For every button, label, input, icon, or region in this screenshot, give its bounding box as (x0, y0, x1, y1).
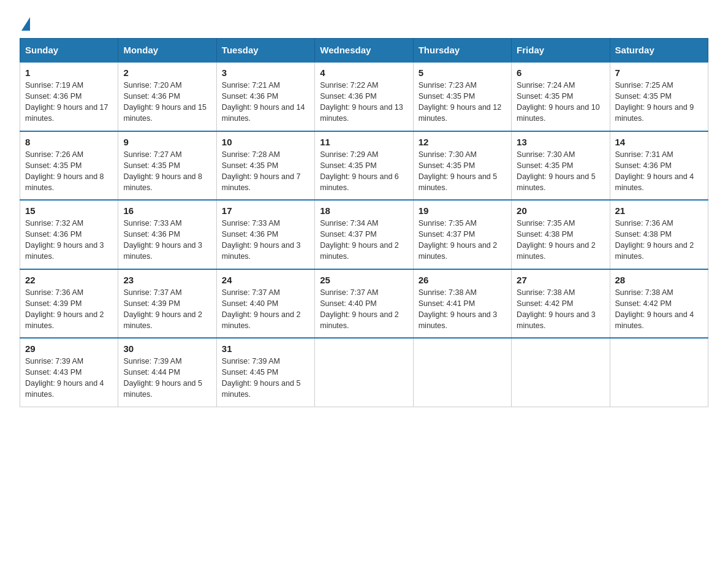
day-number: 24 (222, 275, 309, 285)
calendar-cell: 10 Sunrise: 7:28 AMSunset: 4:35 PMDaylig… (216, 131, 314, 201)
calendar-week-2: 8 Sunrise: 7:26 AMSunset: 4:35 PMDayligh… (20, 131, 708, 201)
calendar-week-3: 15 Sunrise: 7:32 AMSunset: 4:36 PMDaylig… (20, 200, 708, 269)
calendar-week-1: 1 Sunrise: 7:19 AMSunset: 4:36 PMDayligh… (20, 62, 708, 131)
day-info: Sunrise: 7:38 AMSunset: 4:41 PMDaylight:… (419, 288, 498, 330)
day-number: 11 (320, 137, 408, 147)
day-number: 14 (615, 137, 703, 147)
day-header-thursday: Thursday (413, 39, 511, 63)
day-info: Sunrise: 7:32 AMSunset: 4:36 PMDaylight:… (25, 219, 104, 261)
calendar-table: SundayMondayTuesdayWednesdayThursdayFrid… (20, 38, 708, 407)
day-number: 16 (123, 205, 211, 216)
calendar-cell: 22 Sunrise: 7:36 AMSunset: 4:39 PMDaylig… (20, 269, 118, 339)
day-info: Sunrise: 7:30 AMSunset: 4:35 PMDaylight:… (517, 150, 596, 192)
page-header (20, 15, 708, 26)
day-number: 22 (25, 275, 113, 285)
day-info: Sunrise: 7:37 AMSunset: 4:39 PMDaylight:… (123, 288, 202, 330)
calendar-cell: 8 Sunrise: 7:26 AMSunset: 4:35 PMDayligh… (20, 131, 118, 201)
day-number: 13 (517, 137, 604, 147)
day-number: 30 (123, 343, 211, 354)
day-header-wednesday: Wednesday (315, 39, 413, 63)
day-header-friday: Friday (512, 39, 610, 63)
calendar-cell: 29 Sunrise: 7:39 AMSunset: 4:43 PMDaylig… (20, 338, 118, 407)
calendar-cell: 4 Sunrise: 7:22 AMSunset: 4:36 PMDayligh… (315, 62, 413, 131)
day-info: Sunrise: 7:39 AMSunset: 4:44 PMDaylight:… (123, 357, 202, 399)
calendar-cell: 2 Sunrise: 7:20 AMSunset: 4:36 PMDayligh… (118, 62, 216, 131)
day-info: Sunrise: 7:30 AMSunset: 4:35 PMDaylight:… (419, 150, 498, 192)
calendar-cell: 25 Sunrise: 7:37 AMSunset: 4:40 PMDaylig… (315, 269, 413, 339)
day-number: 17 (222, 205, 309, 216)
calendar-header-row: SundayMondayTuesdayWednesdayThursdayFrid… (20, 39, 708, 63)
calendar-cell: 3 Sunrise: 7:21 AMSunset: 4:36 PMDayligh… (216, 62, 314, 131)
day-number: 19 (419, 205, 506, 216)
day-number: 18 (320, 205, 408, 216)
day-info: Sunrise: 7:37 AMSunset: 4:40 PMDaylight:… (222, 288, 301, 330)
calendar-cell: 12 Sunrise: 7:30 AMSunset: 4:35 PMDaylig… (413, 131, 511, 201)
calendar-cell: 9 Sunrise: 7:27 AMSunset: 4:35 PMDayligh… (118, 131, 216, 201)
day-info: Sunrise: 7:21 AMSunset: 4:36 PMDaylight:… (222, 81, 305, 123)
day-info: Sunrise: 7:38 AMSunset: 4:42 PMDaylight:… (517, 288, 596, 330)
calendar-cell (315, 338, 413, 407)
day-number: 5 (419, 67, 506, 78)
day-info: Sunrise: 7:39 AMSunset: 4:45 PMDaylight:… (222, 357, 301, 399)
day-number: 4 (320, 67, 408, 78)
calendar-cell: 1 Sunrise: 7:19 AMSunset: 4:36 PMDayligh… (20, 62, 118, 131)
calendar-cell: 7 Sunrise: 7:25 AMSunset: 4:35 PMDayligh… (610, 62, 708, 131)
day-info: Sunrise: 7:27 AMSunset: 4:35 PMDaylight:… (123, 150, 202, 192)
calendar-cell (413, 338, 511, 407)
day-info: Sunrise: 7:25 AMSunset: 4:35 PMDaylight:… (615, 81, 694, 123)
calendar-cell: 24 Sunrise: 7:37 AMSunset: 4:40 PMDaylig… (216, 269, 314, 339)
day-info: Sunrise: 7:39 AMSunset: 4:43 PMDaylight:… (25, 357, 104, 399)
day-number: 8 (25, 137, 113, 147)
calendar-cell: 26 Sunrise: 7:38 AMSunset: 4:41 PMDaylig… (413, 269, 511, 339)
day-number: 20 (517, 205, 604, 216)
day-number: 1 (25, 67, 113, 78)
day-info: Sunrise: 7:33 AMSunset: 4:36 PMDaylight:… (222, 219, 301, 261)
calendar-cell: 19 Sunrise: 7:35 AMSunset: 4:37 PMDaylig… (413, 200, 511, 269)
calendar-week-5: 29 Sunrise: 7:39 AMSunset: 4:43 PMDaylig… (20, 338, 708, 407)
day-info: Sunrise: 7:37 AMSunset: 4:40 PMDaylight:… (320, 288, 399, 330)
day-number: 10 (222, 137, 309, 147)
calendar-cell (512, 338, 610, 407)
day-info: Sunrise: 7:28 AMSunset: 4:35 PMDaylight:… (222, 150, 301, 192)
day-number: 9 (123, 137, 211, 147)
day-info: Sunrise: 7:23 AMSunset: 4:35 PMDaylight:… (419, 81, 502, 123)
day-number: 15 (25, 205, 113, 216)
calendar-cell (610, 338, 708, 407)
day-header-saturday: Saturday (610, 39, 708, 63)
calendar-cell: 17 Sunrise: 7:33 AMSunset: 4:36 PMDaylig… (216, 200, 314, 269)
calendar-cell: 31 Sunrise: 7:39 AMSunset: 4:45 PMDaylig… (216, 338, 314, 407)
day-number: 31 (222, 343, 309, 354)
day-number: 12 (419, 137, 506, 147)
calendar-cell: 11 Sunrise: 7:29 AMSunset: 4:35 PMDaylig… (315, 131, 413, 201)
day-info: Sunrise: 7:36 AMSunset: 4:38 PMDaylight:… (615, 219, 694, 261)
day-number: 6 (517, 67, 604, 78)
calendar-cell: 28 Sunrise: 7:38 AMSunset: 4:42 PMDaylig… (610, 269, 708, 339)
day-number: 29 (25, 343, 113, 354)
day-info: Sunrise: 7:19 AMSunset: 4:36 PMDaylight:… (25, 81, 108, 123)
calendar-cell: 27 Sunrise: 7:38 AMSunset: 4:42 PMDaylig… (512, 269, 610, 339)
calendar-cell: 18 Sunrise: 7:34 AMSunset: 4:37 PMDaylig… (315, 200, 413, 269)
day-info: Sunrise: 7:35 AMSunset: 4:37 PMDaylight:… (419, 219, 498, 261)
calendar-cell: 6 Sunrise: 7:24 AMSunset: 4:35 PMDayligh… (512, 62, 610, 131)
day-number: 2 (123, 67, 211, 78)
calendar-cell: 15 Sunrise: 7:32 AMSunset: 4:36 PMDaylig… (20, 200, 118, 269)
calendar-cell: 5 Sunrise: 7:23 AMSunset: 4:35 PMDayligh… (413, 62, 511, 131)
day-info: Sunrise: 7:29 AMSunset: 4:35 PMDaylight:… (320, 150, 399, 192)
day-header-tuesday: Tuesday (216, 39, 314, 63)
day-info: Sunrise: 7:26 AMSunset: 4:35 PMDaylight:… (25, 150, 104, 192)
calendar-cell: 14 Sunrise: 7:31 AMSunset: 4:36 PMDaylig… (610, 131, 708, 201)
day-number: 23 (123, 275, 211, 285)
day-info: Sunrise: 7:22 AMSunset: 4:36 PMDaylight:… (320, 81, 403, 123)
day-number: 3 (222, 67, 309, 78)
day-info: Sunrise: 7:38 AMSunset: 4:42 PMDaylight:… (615, 288, 694, 330)
calendar-cell: 21 Sunrise: 7:36 AMSunset: 4:38 PMDaylig… (610, 200, 708, 269)
day-info: Sunrise: 7:31 AMSunset: 4:36 PMDaylight:… (615, 150, 694, 192)
logo-triangle-icon (21, 17, 30, 31)
day-header-sunday: Sunday (20, 39, 118, 63)
day-number: 21 (615, 205, 703, 216)
calendar-cell: 16 Sunrise: 7:33 AMSunset: 4:36 PMDaylig… (118, 200, 216, 269)
day-number: 7 (615, 67, 703, 78)
day-number: 26 (419, 275, 506, 285)
day-info: Sunrise: 7:34 AMSunset: 4:37 PMDaylight:… (320, 219, 399, 261)
day-info: Sunrise: 7:33 AMSunset: 4:36 PMDaylight:… (123, 219, 202, 261)
